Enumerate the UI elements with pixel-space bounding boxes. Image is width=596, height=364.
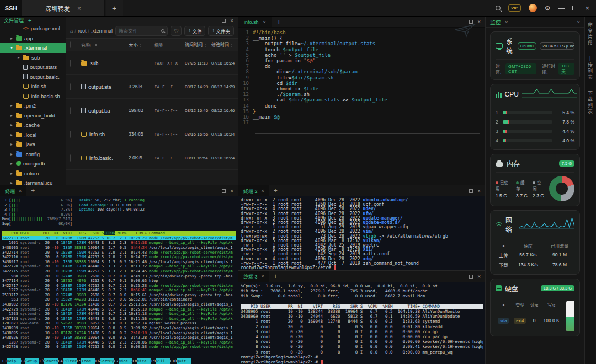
file-row-info.sh[interactable]: info.sh334.0Brw-r--r--08/16 16:5607/18 1… [66,122,238,146]
column-atime[interactable]: 访问时间 [185,41,211,47]
editor-tab-close-icon[interactable]: × [263,19,266,25]
select-all-checkbox[interactable] [70,41,71,48]
tree-item-opencv_build[interactable]: ▸opencv_build [0,111,66,121]
new-terminal-button[interactable]: + [269,272,282,280]
file-search-input[interactable] [119,28,161,34]
tree-item-.local[interactable]: ▸.local [0,130,66,140]
column-mtime[interactable]: 修改时间 [211,41,238,47]
side-tab-命令片段[interactable]: 命令片段 [587,20,594,49]
chevron-right-icon[interactable]: ▸ [9,122,14,127]
column-perm[interactable]: 权限 [154,42,185,48]
chevron-right-icon[interactable]: ▸ [9,113,14,118]
tree-item-.xterminal[interactable]: ▾.xterminal [0,43,66,53]
terminal-close-icon[interactable]: × [477,189,481,193]
app-menu-ssh[interactable]: SSH [0,0,22,16]
tree-item-mongodb[interactable]: ▸mongodb [0,159,66,169]
terminal-maximize-icon[interactable] [469,275,473,279]
row-checkbox[interactable] [70,83,71,90]
terminal-close-icon[interactable]: × [230,189,233,193]
file-row-output.sta[interactable]: output.sta3.2KiBrw-r--r--08/17 14:2908/1… [66,75,238,99]
row-checkbox[interactable] [70,107,71,114]
chevron-right-icon[interactable]: ▸ [9,36,14,41]
terminal-1-screen[interactable]: 1 [|||| 6.5%] Tasks: 58, 252 thr; 1 runn… [0,196,238,364]
row-checkbox[interactable] [70,154,71,162]
terminal-3-screen[interactable]: %Cpu(s): 1.6 us, 1.6 sy, 0.0 ni, 96.8 id… [238,282,485,364]
terminal-1-tab[interactable]: 终端 × [0,185,26,196]
terminal-maximize-icon[interactable] [469,189,473,193]
filepanel-close-icon[interactable]: × [230,19,233,23]
monitor-tab-label[interactable]: 监控 [490,18,501,26]
tree-item-.terminal.icu[interactable]: ▸.terminal.icu [0,178,66,185]
maximize-button[interactable] [572,6,577,10]
new-terminal-button[interactable]: + [269,187,282,195]
search-icon[interactable] [496,6,501,10]
tree-item-package.xml[interactable]: <>package.xml [0,24,66,34]
htop-function-keys[interactable]: F1Help F2Setup F3SearchF4FilterF5Tree F6… [2,358,236,364]
breadcrumb-root[interactable]: root [78,28,87,34]
session-tab[interactable]: 深圳转发 × [22,0,105,16]
chevron-right-icon[interactable]: ▸ [9,132,14,137]
terminal-2-tab[interactable]: 终端 2 × [238,185,269,196]
editor-body[interactable]: 1234567891011121314151617 #!/bin/bash__m… [238,28,485,185]
terminal-3-tab[interactable]: 终端 3 × [238,271,269,282]
tree-item-.cache[interactable]: ▸.cache [0,120,66,130]
vip-badge[interactable]: VIP [508,4,521,12]
filepanel-maximize-icon[interactable] [222,19,226,23]
tree-item-app[interactable]: ▸app [0,34,66,44]
new-session-tab-button[interactable]: + [106,0,123,16]
home-icon[interactable]: ⌂ [70,28,73,34]
minimize-button[interactable]: — [558,4,565,12]
terminal-tab-close-icon[interactable]: × [19,188,22,194]
file-row-sub[interactable]: sub-rwxr-xr-x07/25 11:1307/18 16:24 [66,51,238,75]
monitor-tab-close-icon[interactable]: × [505,19,508,25]
tree-item-.java[interactable]: ▸.java [0,140,66,149]
upload-folder-button[interactable]: ↑ 文件夹 [208,26,234,36]
chevron-right-icon[interactable]: ▸ [9,103,14,108]
editor-tab-info-sh[interactable]: info.sh × [238,17,272,27]
column-size[interactable]: 大小 [129,41,154,48]
chevron-right-icon[interactable]: ▸ [9,152,14,157]
upload-file-button[interactable]: ↑ 文件 [184,26,205,36]
file-row-output.ba[interactable]: output.ba199.0Brw-r--r--08/12 16:4608/12… [66,99,238,122]
chevron-down-icon[interactable]: ▾ [9,45,14,50]
tree-item-.pm2[interactable]: ▸.pm2 [0,101,66,111]
folder-yellow-icon [16,172,22,176]
terminal-close-icon[interactable]: × [477,275,481,279]
monitor-panel-close-icon[interactable]: × [577,19,580,25]
gear-icon[interactable]: ⚙ [545,5,551,12]
new-terminal-button[interactable]: + [26,187,39,195]
side-tab-下载列表[interactable]: 下载列表 [587,88,594,117]
tree-item-output.stats[interactable]: output.stats [0,62,66,72]
chevron-right-icon[interactable]: ▸ [17,55,21,60]
file-row-info.basic.[interactable]: info.basic.2.0KiBrw-r--r--08/11 16:5407/… [66,146,238,170]
row-checkbox[interactable] [70,60,71,67]
terminal-2-screen[interactable]: drwxr-xr-x 2 root root 4096 Dec 28 2022 … [238,196,485,270]
terminal-tab-close-icon[interactable]: × [262,274,264,279]
file-manager-add-icon[interactable]: + [28,17,31,24]
chevron-right-icon[interactable]: ▸ [9,161,14,166]
row-checkbox[interactable] [70,131,71,138]
side-tab-上传列表[interactable]: 上传列表 [587,54,594,83]
breadcrumb-dir[interactable]: .xterminal [91,28,113,34]
breadcrumb[interactable]: ⌂ / root / .xterminal [70,28,113,34]
column-name[interactable]: 名称 [81,41,129,48]
tree-item-info.sh[interactable]: info.sh [0,82,66,92]
editor-code[interactable]: #!/bin/bash__main() { output_file=~/.xte… [253,30,485,185]
close-button[interactable]: × [585,4,589,12]
favorite-button[interactable]: ♡ [171,26,182,36]
terminal-maximize-icon[interactable] [222,189,226,193]
terminal-tab-close-icon[interactable]: × [262,188,264,194]
tree-item-sub[interactable]: ▸sub [0,53,66,63]
chevron-right-icon[interactable]: ▸ [9,171,14,176]
session-tab-close-icon[interactable]: × [77,5,81,12]
editor-close-icon[interactable]: × [477,20,481,24]
tree-item-info.basic.sh[interactable]: info.basic.sh [0,92,66,101]
editor-new-tab-button[interactable]: + [272,18,286,26]
avatar[interactable] [529,4,537,12]
chevron-right-icon[interactable]: ▸ [9,180,14,185]
tree-item-.config[interactable]: ▸.config [0,149,66,159]
tree-item-coturn[interactable]: ▸coturn [0,169,66,179]
file-search-box[interactable] [115,26,168,36]
tree-item-output.basic.[interactable]: output.basic. [0,72,66,82]
chevron-right-icon[interactable]: ▸ [9,142,14,147]
